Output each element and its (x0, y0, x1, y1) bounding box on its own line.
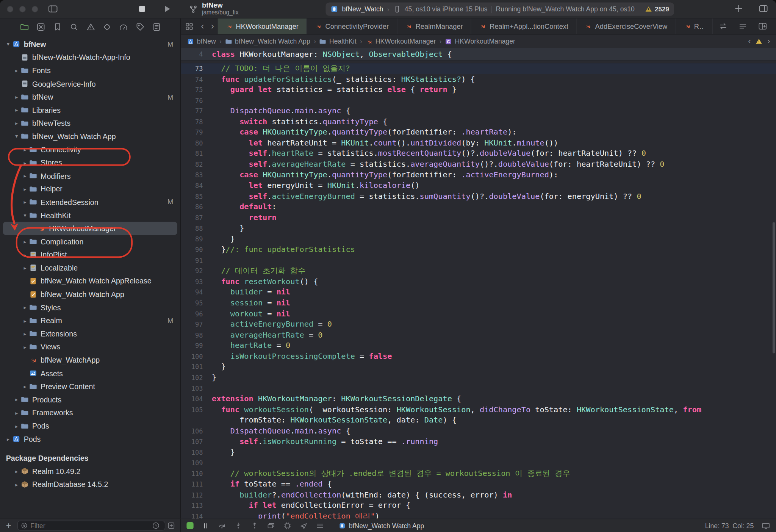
editor-tab[interactable]: Realm+Appl...tionContext (471, 18, 577, 34)
code-line[interactable]: 111 if toState == .ended { (181, 479, 776, 490)
disclosure-triangle-icon[interactable]: ▸ (21, 383, 29, 390)
editor-layout-icon[interactable] (759, 4, 768, 13)
line-number[interactable]: 113 (181, 501, 203, 511)
code-line[interactable]: 73 // TODO: 더 나은 이름이 없을지? (181, 63, 776, 74)
debug-navigator-icon[interactable] (119, 22, 128, 31)
line-number[interactable]: 4 (181, 48, 203, 61)
sdk-filter-icon[interactable] (167, 522, 175, 530)
tree-item[interactable]: ▸Localizable (0, 261, 180, 275)
disclosure-triangle-icon[interactable]: ▸ (21, 331, 29, 337)
line-number[interactable]: 96 (181, 308, 203, 319)
tree-item[interactable]: ▾HealthKit (0, 209, 180, 222)
tree-item[interactable]: HKWorkoutManager (3, 222, 177, 235)
project-navigator-icon[interactable] (20, 22, 29, 31)
line-number[interactable]: 107 (181, 437, 203, 447)
disclosure-triangle-icon[interactable]: ▸ (4, 436, 12, 442)
code-line[interactable]: 100 isWorkoutProcessingComplete = false (181, 351, 776, 362)
disclosure-triangle-icon[interactable]: ▸ (21, 160, 29, 166)
line-number[interactable]: 109 (181, 458, 203, 468)
code-line[interactable]: 75 guard let statistics = statistics els… (181, 84, 776, 95)
code-line[interactable]: 83 case HKQuantityType.quantityType(forI… (181, 170, 776, 181)
tree-item[interactable]: ▸Extensions (0, 327, 180, 340)
disclosure-triangle-icon[interactable]: ▸ (21, 252, 29, 258)
prev-issue-icon[interactable]: ‹ (748, 36, 751, 46)
line-number[interactable]: 82 (181, 159, 203, 170)
code-line[interactable]: 87 return (181, 213, 776, 223)
code-line[interactable]: 104extension HKWorkoutManager: HKWorkout… (181, 394, 776, 405)
code-line[interactable]: 98 averageHeartRate = 0 (181, 330, 776, 341)
tree-item[interactable]: ▸InfoPlist (0, 248, 180, 261)
tests-navigator-icon[interactable] (102, 22, 112, 31)
line-number[interactable]: 74 (181, 74, 203, 84)
tree-item[interactable]: bfNew-Watch-Watch-App-Info (0, 51, 180, 64)
tree-item[interactable]: ▸bfNewM (0, 90, 180, 103)
code-line[interactable]: 79 case HKQuantityType.quantityType(forI… (181, 127, 776, 138)
code-line[interactable]: 81 self.heartRate = statistics.mostRecen… (181, 149, 776, 159)
disclosure-triangle-icon[interactable]: ▸ (21, 186, 29, 192)
swap-editor-icon[interactable] (715, 22, 731, 31)
line-number[interactable]: 90 (181, 245, 203, 255)
line-number[interactable]: 112 (181, 490, 203, 501)
line-number[interactable]: 98 (181, 330, 203, 341)
filter-field[interactable] (17, 521, 165, 530)
forward-button[interactable]: › (208, 18, 218, 34)
breadcrumb-item[interactable]: HKWorkoutManager (366, 38, 436, 45)
code-line[interactable]: 109 (181, 458, 776, 468)
step-out-icon[interactable] (250, 521, 259, 530)
code-line[interactable]: 95 session = nil (181, 298, 776, 308)
code-line[interactable]: 107 self.isWorkoutRunning = toState == .… (181, 437, 776, 447)
tree-item[interactable]: ▸Complication (0, 235, 180, 248)
code-line[interactable]: 91 (181, 255, 776, 266)
toggle-sidebar-icon[interactable] (48, 4, 58, 14)
tree-item[interactable]: ▸Libraries (0, 103, 180, 117)
bookmarks-navigator-icon[interactable] (53, 22, 62, 31)
tree-item[interactable]: ▾bfNewM (0, 38, 180, 51)
line-number[interactable]: 108 (181, 447, 203, 458)
tree-item[interactable]: ▾bfNew_Watch Watch App (0, 130, 180, 143)
line-number[interactable]: 103 (181, 383, 203, 394)
tree-item[interactable]: ▸Preview Content (0, 380, 180, 393)
code-line[interactable]: 103 (181, 383, 776, 394)
stop-button[interactable] (137, 4, 147, 14)
disclosure-triangle-icon[interactable]: ▸ (13, 410, 21, 416)
code-line[interactable]: 99 heartRate = 0 (181, 341, 776, 351)
tree-item[interactable]: ▸Modifiers (0, 169, 180, 183)
line-number[interactable]: 105 (181, 405, 203, 415)
tree-item[interactable]: ▸Stores (0, 156, 180, 169)
tree-item[interactable]: ▸Pods (0, 419, 180, 433)
code-line[interactable]: 80 let heartRateUnit = HKUnit.count().un… (181, 138, 776, 149)
tree-item[interactable]: ▸Pods (0, 432, 180, 446)
disclosure-triangle-icon[interactable]: ▸ (13, 67, 21, 74)
close-window-button[interactable] (7, 6, 13, 13)
breadcrumb-item[interactable]: bfNew_Watch Watch App (225, 38, 310, 45)
find-navigator-icon[interactable] (69, 22, 79, 31)
build-status-icon[interactable] (186, 522, 193, 529)
recent-files-icon[interactable] (152, 522, 160, 530)
disclosure-triangle-icon[interactable]: ▸ (13, 107, 21, 113)
line-number[interactable]: 92 (181, 266, 203, 277)
disclosure-triangle-icon[interactable]: ▸ (13, 397, 21, 403)
add-split-editor-icon[interactable] (754, 22, 771, 31)
memory-graph-icon[interactable] (283, 521, 291, 530)
code-line[interactable]: 92 // 데이터 초기화 함수 (181, 266, 776, 277)
filter-input[interactable] (30, 522, 147, 529)
reports-navigator-icon[interactable] (152, 22, 161, 31)
line-number[interactable]: 75 (181, 84, 203, 95)
tree-item[interactable]: ▸Realm 10.49.2 (0, 465, 180, 478)
scheme-status-bar[interactable]: bfNew_Watch › 45, os10 via iPhone 15 Plu… (325, 3, 674, 16)
code-line[interactable]: 78 switch statistics.quantityType { (181, 117, 776, 127)
source-control-navigator-icon[interactable] (36, 22, 46, 31)
code-line[interactable]: 105 func workoutSession(_ workoutSession… (181, 405, 776, 415)
code-line[interactable]: 89 } (181, 234, 776, 244)
code-line[interactable]: 85 self.activeEnergyBurned = statistics.… (181, 191, 776, 202)
editor-tab[interactable]: RealmManager (397, 18, 471, 34)
back-button[interactable]: ‹ (197, 18, 208, 34)
disclosure-triangle-icon[interactable]: ▸ (21, 199, 29, 205)
code-line[interactable]: 88 } (181, 223, 776, 234)
code-line[interactable]: 101 } (181, 362, 776, 372)
add-file-button[interactable]: + (6, 521, 11, 530)
line-number[interactable]: 81 (181, 149, 203, 159)
line-number[interactable]: 99 (181, 341, 203, 351)
tree-item[interactable]: ▸bfNewTests (0, 117, 180, 130)
tree-item[interactable]: ▸Views (0, 340, 180, 354)
